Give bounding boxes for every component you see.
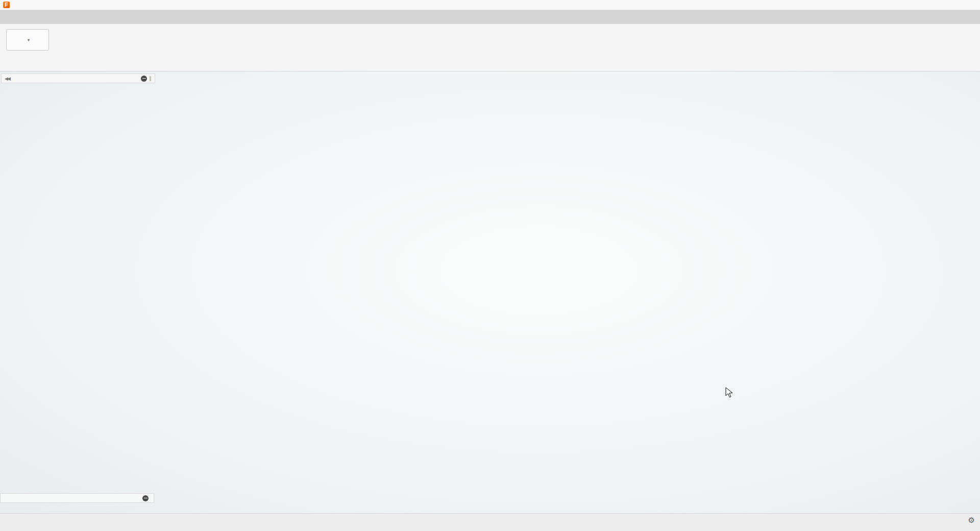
browser-panel: ◀◀ ∥ (1, 74, 155, 83)
chevron-down-icon: ▾ (28, 38, 30, 42)
mouse-cursor (725, 387, 735, 398)
fusion-360-window: F ▾ ◀◀ ∥ (0, 0, 980, 531)
ribbon: ▾ (0, 24, 980, 71)
title-bar: F (0, 0, 980, 10)
tab-bar (0, 10, 980, 24)
comments-minimize-icon[interactable] (142, 495, 149, 501)
workspace-selector[interactable]: ▾ (6, 29, 49, 51)
collapse-left-icon[interactable]: ◀◀ (5, 76, 10, 81)
panel-grip-icon[interactable]: ∥ (149, 76, 152, 81)
browser-header[interactable]: ◀◀ ∥ (1, 74, 155, 83)
panel-minimize-icon[interactable] (141, 76, 147, 82)
comments-panel[interactable] (0, 493, 154, 503)
document-tabs (153, 11, 889, 24)
timeline: ⚙ (0, 513, 980, 531)
viewcube[interactable] (903, 71, 980, 128)
3d-scene (0, 71, 980, 513)
timeline-settings-gear-icon[interactable]: ⚙ (968, 516, 975, 525)
viewport-canvas[interactable]: ◀◀ ∥ (0, 71, 980, 513)
fusion-logo-icon: F (3, 2, 10, 8)
